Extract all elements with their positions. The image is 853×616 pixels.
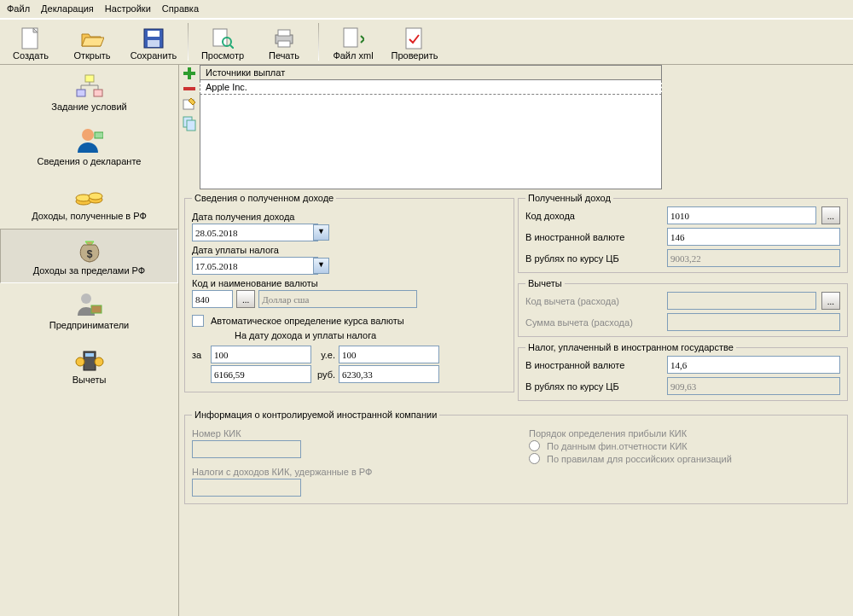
side-nav: Задание условий Сведения о декларанте До…: [0, 65, 179, 616]
check-button[interactable]: Проверить: [384, 26, 445, 64]
sources-blank: [200, 95, 662, 189]
svg-rect-16: [95, 132, 103, 138]
briefcase-person-icon: [76, 292, 103, 317]
filexml-button[interactable]: Файл xml: [322, 26, 384, 64]
date-recv-label: Дата получения дохода: [192, 212, 507, 222]
auto-rate-checkbox[interactable]: [192, 315, 204, 327]
svg-rect-8: [278, 30, 290, 36]
menubar[interactable]: Файл Декларация Настройки Справка: [0, 0, 853, 19]
svg-rect-3: [148, 40, 160, 47]
dropdown-icon[interactable]: ▼: [313, 224, 329, 241]
nav-conditions[interactable]: Задание условий: [0, 65, 178, 119]
preview-button[interactable]: Просмотр: [192, 26, 253, 64]
income-fc-input[interactable]: [667, 228, 840, 246]
svg-point-15: [82, 129, 94, 141]
ded-code-label: Код вычета (расхода): [525, 296, 662, 306]
ded-sum-label: Сумма вычета (расхода): [525, 317, 662, 328]
cfc-order-label: Порядок определения прибыли КИК: [529, 428, 840, 439]
print-button[interactable]: Печать: [253, 26, 315, 64]
tax-rub-input: [667, 377, 840, 395]
date-recv-input[interactable]: [192, 224, 318, 241]
cfc-num-input: [192, 440, 301, 458]
auto-rate-label: Автоматическое определение курса валюты: [211, 316, 404, 326]
foreign-tax-fieldset: Налог, уплаченный в иностранном государс…: [518, 342, 848, 401]
edit-source-icon[interactable]: [183, 97, 196, 111]
menu-settings[interactable]: Настройки: [105, 3, 151, 14]
cfc-tax-input: [192, 479, 301, 497]
deductions-fieldset: Вычеты Код вычета (расхода) ... Сумма вы…: [518, 278, 848, 337]
svg-rect-14: [94, 90, 102, 96]
tax-rub-label: В рублях по курсу ЦБ: [525, 381, 662, 392]
check-doc-icon: [405, 27, 424, 49]
currency-label: Код и наименование валюты: [192, 278, 507, 288]
svg-rect-28: [183, 87, 195, 90]
svg-rect-12: [85, 75, 94, 82]
income-rub-label: В рублях по курсу ЦБ: [525, 253, 662, 264]
income-fc-label: В иностранной валюте: [525, 232, 662, 242]
ded-code-input: [667, 292, 816, 310]
nav-entrepreneurs[interactable]: Предприниматели: [0, 283, 178, 338]
received-income-fieldset: Полученный доход Код дохода ... В иностр…: [518, 193, 848, 273]
tax-fc-input[interactable]: [667, 356, 840, 374]
ondate-label: На дату дохода и уплаты налога: [192, 330, 507, 340]
rate1-input[interactable]: [211, 346, 311, 363]
rate2-input[interactable]: [211, 365, 311, 383]
cfc-tax-label: Налоги с доходов КИК, удержанные в РФ: [192, 467, 503, 477]
svg-rect-25: [85, 353, 94, 357]
svg-point-20: [89, 193, 102, 200]
nav-declarant[interactable]: Сведения о декларанте: [0, 119, 178, 174]
svg-rect-23: [91, 305, 102, 313]
menu-file[interactable]: Файл: [7, 3, 30, 14]
menu-help[interactable]: Справка: [162, 3, 199, 14]
svg-point-26: [76, 357, 84, 366]
cfc-num-label: Номер КИК: [192, 428, 503, 439]
source-row[interactable]: Apple Inc.: [200, 80, 662, 95]
cfc-radio-1: [529, 440, 540, 451]
dropdown-icon[interactable]: ▼: [313, 258, 329, 274]
income-code-input[interactable]: [667, 206, 816, 224]
nav-deductions[interactable]: Вычеты: [0, 338, 178, 392]
folder-open-icon: [80, 29, 104, 48]
xml-file-icon: [342, 27, 364, 49]
add-source-icon[interactable]: [183, 67, 196, 80]
open-button[interactable]: Открыть: [61, 26, 123, 64]
cfc-fieldset: Информация о контролируемой иностранной …: [184, 410, 848, 504]
rate1u-input[interactable]: [339, 346, 439, 363]
currency-name-input: [258, 290, 417, 308]
preview-icon: [212, 28, 234, 49]
ded-code-lookup-button[interactable]: ...: [821, 292, 840, 310]
svg-rect-13: [77, 90, 85, 96]
svg-rect-2: [148, 31, 160, 37]
income-code-label: Код дохода: [525, 211, 662, 221]
nav-income-rf[interactable]: Доходы, полученные в РФ: [0, 174, 178, 229]
create-button[interactable]: Создать: [0, 26, 61, 64]
date-tax-label: Дата уплаты налога: [192, 245, 507, 255]
person-icon: [76, 127, 103, 154]
floppy-icon: [143, 28, 164, 49]
svg-rect-31: [187, 120, 195, 131]
income-rub-input: [667, 249, 840, 267]
copy-source-icon[interactable]: [183, 116, 196, 131]
svg-rect-11: [406, 28, 421, 49]
income-info-fieldset: Сведения о полученном доходе Дата получе…: [184, 193, 514, 392]
diagram-icon: [75, 74, 104, 98]
rate2r-input[interactable]: [339, 365, 439, 383]
currency-code-input[interactable]: [192, 290, 233, 308]
svg-rect-10: [344, 28, 357, 47]
calculator-icon: [75, 346, 104, 372]
new-doc-icon: [21, 27, 40, 49]
nav-income-abroad[interactable]: $ Доходы за пределами РФ: [0, 229, 178, 283]
save-button[interactable]: Сохранить: [123, 26, 184, 64]
toolbar: Создать Открыть Сохранить Просмотр Печат…: [0, 19, 853, 65]
cfc-radio-2: [529, 453, 540, 464]
remove-source-icon[interactable]: [183, 85, 196, 92]
menu-decl[interactable]: Декларация: [41, 3, 94, 14]
currency-lookup-button[interactable]: ...: [236, 290, 255, 308]
money-bag-icon: $: [77, 236, 102, 264]
tax-fc-label: В иностранной валюте: [525, 360, 662, 370]
svg-line-6: [230, 45, 234, 49]
svg-point-27: [95, 357, 103, 366]
separator: [188, 23, 189, 61]
income-code-lookup-button[interactable]: ...: [821, 206, 840, 224]
date-tax-input[interactable]: [192, 257, 318, 275]
